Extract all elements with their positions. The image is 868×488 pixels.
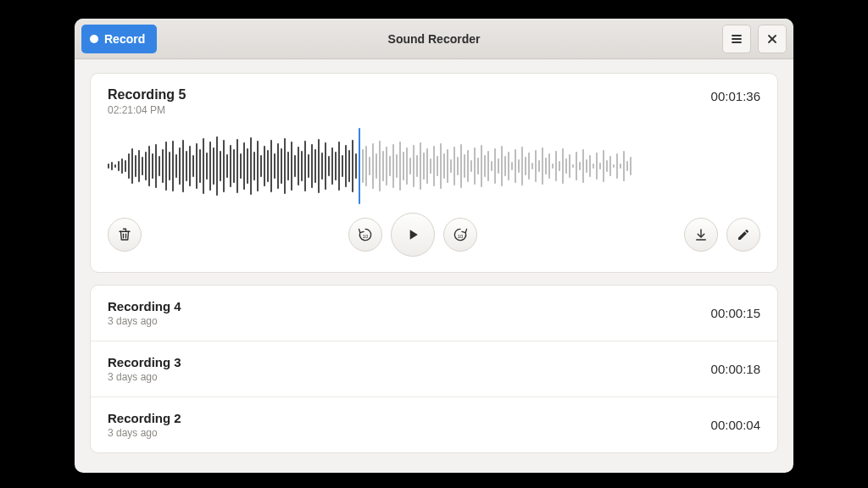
hamburger-menu-button[interactable] bbox=[722, 25, 751, 53]
waveform-bar bbox=[318, 139, 320, 193]
waveform-bar bbox=[420, 142, 421, 190]
selected-duration: 00:01:36 bbox=[711, 87, 760, 103]
waveform-bar bbox=[501, 146, 503, 186]
waveform-bar bbox=[376, 153, 377, 179]
close-window-button[interactable] bbox=[758, 25, 787, 53]
seek-forward-10-button[interactable]: 10 bbox=[443, 218, 477, 252]
waveform[interactable] bbox=[108, 128, 760, 204]
record-button-label: Record bbox=[104, 32, 145, 46]
waveform-bar bbox=[264, 146, 265, 186]
waveform-bar bbox=[284, 138, 286, 194]
waveform-bar bbox=[494, 148, 496, 184]
waveform-bar bbox=[572, 164, 574, 168]
waveform-bar bbox=[121, 158, 123, 174]
waveform-bar bbox=[240, 153, 242, 179]
waveform-bar bbox=[535, 150, 537, 182]
back-10-icon: 10 bbox=[357, 226, 374, 243]
waveform-bar bbox=[474, 147, 476, 185]
waveform-bar bbox=[243, 142, 245, 190]
waveform-bar bbox=[311, 144, 313, 188]
waveform-bar bbox=[125, 160, 126, 172]
waveform-bar bbox=[498, 158, 499, 174]
waveform-bar bbox=[491, 161, 492, 171]
waveform-bar bbox=[609, 156, 611, 176]
waveform-bar bbox=[362, 149, 364, 183]
waveform-bar bbox=[389, 156, 391, 176]
waveform-bar bbox=[521, 147, 523, 186]
waveform-bar bbox=[630, 157, 632, 175]
recording-meta: Recording 23 days ago bbox=[108, 411, 711, 439]
waveform-bar bbox=[626, 161, 628, 171]
record-button[interactable]: Record bbox=[81, 25, 157, 53]
header-bar: Record Sound Recorder bbox=[75, 19, 793, 59]
waveform-bar bbox=[569, 154, 570, 178]
waveform-bar bbox=[274, 153, 275, 179]
waveform-bar bbox=[596, 152, 598, 180]
waveform-bar bbox=[409, 158, 411, 175]
app-window: Record Sound Recorder Recording 5 02:21:… bbox=[75, 19, 793, 473]
recording-row[interactable]: Recording 23 days ago00:00:04 bbox=[91, 397, 777, 452]
waveform-bar bbox=[423, 152, 425, 180]
waveform-bar bbox=[209, 141, 211, 191]
waveform-bar bbox=[559, 161, 560, 171]
waveform-bar bbox=[450, 159, 452, 173]
close-icon bbox=[766, 33, 778, 45]
svg-text:10: 10 bbox=[458, 234, 464, 239]
play-button[interactable] bbox=[391, 213, 435, 257]
waveform-bar bbox=[545, 158, 547, 175]
action-group bbox=[684, 218, 760, 252]
waveform-bar bbox=[294, 155, 296, 177]
waveform-bar bbox=[515, 149, 516, 183]
waveform-playhead[interactable] bbox=[359, 128, 360, 204]
waveform-bar bbox=[348, 150, 350, 182]
waveform-bar bbox=[430, 158, 431, 174]
waveform-bar bbox=[159, 156, 160, 176]
waveform-bar bbox=[352, 140, 353, 192]
waveform-bar bbox=[131, 148, 133, 184]
waveform-bar bbox=[206, 152, 208, 180]
window-title: Sound Recorder bbox=[388, 32, 481, 46]
waveform-bar bbox=[281, 148, 282, 184]
export-button[interactable] bbox=[684, 218, 718, 252]
waveform-bar bbox=[114, 164, 116, 168]
waveform-bar bbox=[396, 154, 398, 178]
waveform-bar bbox=[189, 146, 191, 186]
recording-subtitle: 3 days ago bbox=[108, 427, 711, 439]
recording-meta: Recording 33 days ago bbox=[108, 355, 711, 383]
forward-10-icon: 10 bbox=[452, 226, 469, 243]
waveform-bar bbox=[247, 148, 248, 184]
waveform-bar bbox=[182, 140, 184, 192]
waveform-bar bbox=[406, 147, 408, 185]
title-container: Sound Recorder bbox=[75, 31, 793, 47]
recordings-list: Recording 43 days ago00:00:15Recording 3… bbox=[90, 285, 778, 453]
waveform-bar bbox=[579, 162, 581, 170]
waveform-bar bbox=[223, 140, 225, 192]
delete-button[interactable] bbox=[108, 218, 142, 252]
waveform-bar bbox=[260, 155, 262, 177]
recording-duration: 00:00:15 bbox=[711, 306, 760, 320]
waveform-bar bbox=[525, 157, 526, 175]
waveform-bar bbox=[220, 151, 221, 181]
rename-button[interactable] bbox=[726, 218, 760, 252]
waveform-bar bbox=[599, 163, 601, 169]
waveform-bar bbox=[301, 151, 303, 181]
selected-header: Recording 5 02:21:04 PM 00:01:36 bbox=[108, 87, 760, 116]
waveform-bar bbox=[504, 156, 506, 176]
waveform-bar bbox=[426, 148, 428, 184]
waveform-bar bbox=[128, 153, 130, 179]
waveform-bar bbox=[199, 149, 201, 183]
waveform-bar bbox=[518, 159, 520, 173]
waveform-bar bbox=[565, 158, 567, 174]
selected-recording-card: Recording 5 02:21:04 PM 00:01:36 bbox=[90, 73, 778, 273]
recording-meta: Recording 43 days ago bbox=[108, 299, 711, 327]
waveform-bar bbox=[338, 141, 340, 191]
recording-row[interactable]: Recording 43 days ago00:00:15 bbox=[91, 286, 777, 341]
recording-row[interactable]: Recording 33 days ago00:00:18 bbox=[91, 341, 777, 397]
waveform-bar bbox=[165, 141, 167, 191]
waveform-bar bbox=[287, 152, 289, 180]
waveform-bar bbox=[162, 149, 164, 183]
seek-back-10-button[interactable]: 10 bbox=[348, 218, 382, 252]
recording-subtitle: 3 days ago bbox=[108, 315, 711, 327]
waveform-bar bbox=[484, 155, 486, 177]
waveform-bar bbox=[593, 164, 594, 169]
